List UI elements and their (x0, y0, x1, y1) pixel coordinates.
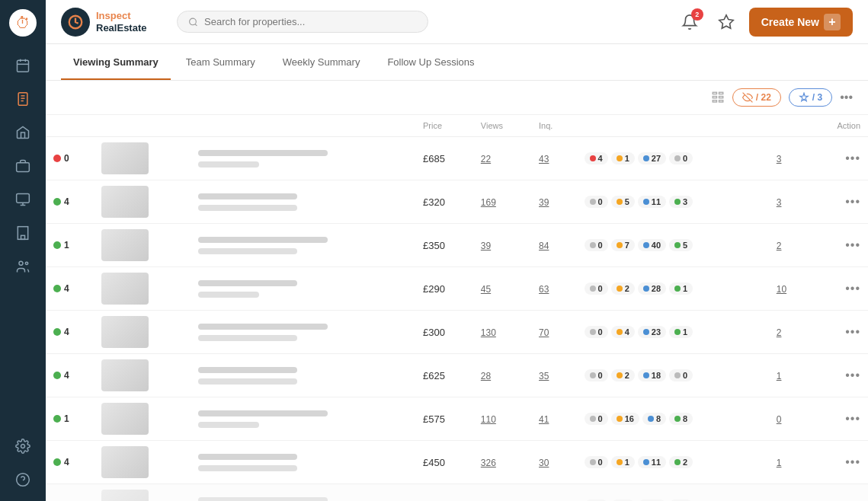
svg-rect-17 (21, 235, 25, 239)
svg-line-25 (195, 24, 197, 25)
svg-point-24 (190, 18, 197, 25)
brand-line2: RealEstate (96, 22, 146, 34)
prop-image-cell-6 (94, 397, 191, 441)
sidebar-item-monitor[interactable] (9, 186, 37, 213)
toolbar: / 22 / 3 ••• (46, 81, 868, 115)
prop-image-cell-0 (94, 137, 191, 180)
col-details (191, 115, 415, 137)
price-cell-2: £350 (415, 224, 473, 267)
svg-point-20 (21, 445, 25, 448)
row-more-button-0[interactable]: ••• (845, 152, 860, 164)
val1-cell-8: 2 (769, 484, 809, 502)
sidebar-item-building[interactable] (9, 219, 37, 247)
prop-image-cell-7 (94, 441, 191, 484)
grid-view-button[interactable] (711, 91, 725, 104)
status-cell-7: 4 (46, 441, 94, 484)
views-cell-8: 376 (473, 484, 531, 502)
sidebar-logo: ⏱ (8, 8, 38, 38)
table-row: 4 £320 169 39 0 (46, 180, 868, 224)
col-val1 (769, 115, 809, 137)
views-cell-0: 22 (473, 137, 531, 180)
prop-image-cell-1 (94, 180, 191, 224)
tabs-bar: Viewing Summary Team Summary Weekly Summ… (46, 44, 868, 81)
price-cell-1: £320 (415, 180, 473, 224)
eye-filter-button[interactable]: / 22 (732, 88, 781, 107)
eye-count: / 22 (756, 92, 771, 103)
table-row: 0 £685 22 43 4 (46, 137, 868, 180)
star-icon (718, 14, 735, 30)
pin-filter-button[interactable]: / 3 (789, 88, 832, 107)
notification-badge: 2 (691, 8, 703, 21)
sidebar-item-settings[interactable] (9, 432, 37, 460)
svg-marker-26 (719, 14, 733, 27)
table-wrap: Price Views Inq. Action 0 (46, 115, 868, 501)
val1-cell-5: 1 (769, 354, 809, 397)
inquiries-cell-8: 29 (531, 484, 576, 502)
col-status (46, 115, 94, 137)
val1-cell-7: 1 (769, 441, 809, 484)
prop-details-cell-8 (191, 484, 415, 502)
dot-group-cell-2: 0 7 40 5 (577, 224, 769, 267)
table-row: 4 £400 376 29 0 (46, 484, 868, 502)
row-more-button-1[interactable]: ••• (845, 195, 860, 208)
inquiries-cell-6: 41 (531, 397, 576, 441)
svg-rect-0 (18, 60, 29, 72)
price-cell-7: £450 (415, 441, 473, 484)
row-more-button-7[interactable]: ••• (845, 455, 860, 468)
price-cell-3: £290 (415, 267, 473, 311)
prop-image-cell-8 (94, 484, 191, 502)
views-cell-2: 39 (473, 224, 531, 267)
dot-group-cell-7: 0 1 11 2 (577, 441, 769, 484)
prop-details-cell-0 (191, 137, 415, 180)
row-more-button-4[interactable]: ••• (845, 325, 860, 338)
val1-cell-3: 10 (769, 267, 809, 311)
prop-image-cell-5 (94, 354, 191, 397)
row-more-button-5[interactable]: ••• (845, 369, 860, 381)
favorites-button[interactable] (713, 8, 740, 36)
svg-rect-32 (719, 101, 722, 102)
prop-details-cell-6 (191, 397, 415, 441)
col-views: Views (473, 115, 531, 137)
price-cell-4: £300 (415, 311, 473, 354)
table-row: 4 £450 326 30 0 (46, 441, 868, 484)
tab-viewing-summary[interactable]: Viewing Summary (61, 44, 171, 80)
search-input[interactable] (204, 16, 417, 27)
tab-team-summary[interactable]: Team Summary (174, 44, 267, 80)
row-more-button-2[interactable]: ••• (845, 238, 860, 251)
views-cell-7: 326 (473, 441, 531, 484)
status-cell-4: 4 (46, 311, 94, 354)
toolbar-more-button[interactable]: ••• (840, 91, 853, 104)
table-row: 4 £300 130 70 0 (46, 311, 868, 354)
inquiries-cell-3: 63 (531, 267, 576, 311)
svg-rect-29 (713, 97, 716, 98)
col-inquiries: Inq. (531, 115, 576, 137)
prop-details-cell-7 (191, 441, 415, 484)
views-cell-3: 45 (473, 267, 531, 311)
dot-group-cell-8: 0 0 17 0 (577, 484, 769, 502)
inquiries-cell-5: 35 (531, 354, 576, 397)
prop-details-cell-1 (191, 180, 415, 224)
sidebar-item-help[interactable] (9, 466, 37, 493)
sidebar-item-people[interactable] (9, 253, 37, 280)
sidebar-item-briefcase[interactable] (9, 152, 37, 180)
col-price: Price (415, 115, 473, 137)
notification-button[interactable]: 2 (676, 8, 703, 36)
sidebar-item-home[interactable] (9, 119, 37, 146)
search-bar[interactable] (177, 11, 428, 33)
sidebar-item-calendar[interactable] (9, 52, 37, 79)
row-more-button-3[interactable]: ••• (845, 282, 860, 295)
sidebar-item-clipboard[interactable] (9, 85, 37, 113)
table-row: 1 £575 110 41 0 (46, 397, 868, 441)
svg-point-18 (19, 261, 23, 265)
tab-weekly-summary[interactable]: Weekly Summary (271, 44, 373, 80)
row-more-button-6[interactable]: ••• (845, 412, 860, 425)
inquiries-cell-2: 84 (531, 224, 576, 267)
create-new-button[interactable]: Create New + (749, 8, 853, 37)
action-cell-1: ••• (808, 180, 868, 224)
views-cell-1: 169 (473, 180, 531, 224)
inquiries-cell-4: 70 (531, 311, 576, 354)
dot-group-cell-0: 4 1 27 0 (577, 137, 769, 180)
tab-follow-up-sessions[interactable]: Follow Up Sessions (375, 44, 486, 80)
prop-details-cell-3 (191, 267, 415, 311)
dot-group-cell-6: 0 16 8 8 (577, 397, 769, 441)
